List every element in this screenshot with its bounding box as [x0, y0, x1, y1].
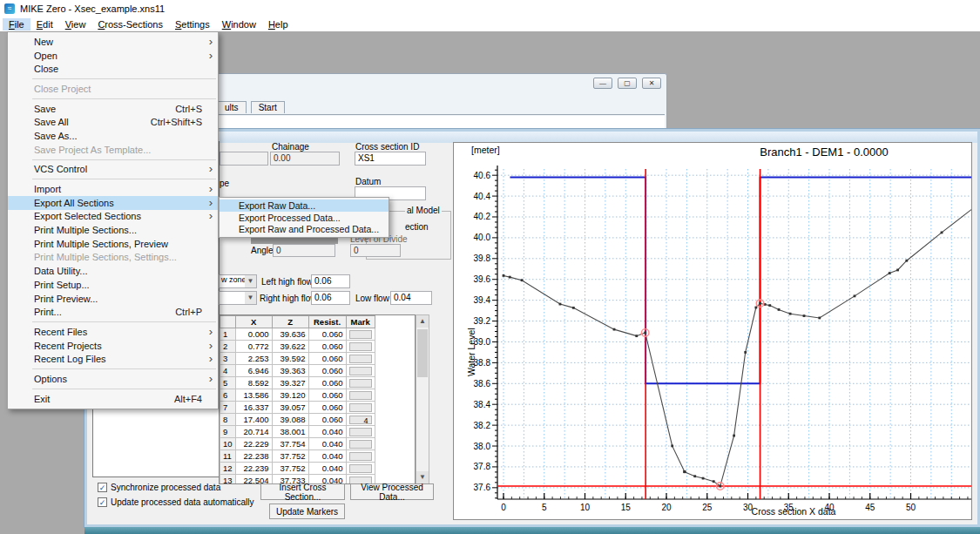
menu-item-save-as[interactable]: Save As... — [8, 129, 218, 143]
grid-cell[interactable] — [346, 389, 375, 402]
menubar-item-window[interactable]: Window — [216, 18, 262, 30]
menu-item-export-raw-data[interactable]: Export Raw Data... — [220, 199, 389, 212]
menu-item-print-multiple-sections[interactable]: Print Multiple Sections... — [8, 223, 218, 237]
mark-cell[interactable] — [349, 330, 372, 339]
grid-cell[interactable]: 0.772 — [235, 341, 272, 353]
menu-item-export-selected-sections[interactable]: Export Selected Sections› — [8, 210, 218, 224]
grid-cell[interactable]: 13.586 — [235, 389, 272, 402]
menu-item-print-preview[interactable]: Print Preview... — [8, 292, 218, 306]
grid-cell[interactable]: 0.060 — [308, 328, 346, 341]
grid-cell[interactable]: 22.238 — [235, 450, 272, 463]
menu-item-import[interactable]: Import› — [8, 182, 218, 196]
mark-cell[interactable]: 4 — [349, 416, 372, 424]
grid-cell[interactable] — [346, 365, 375, 377]
resistance-dropdown[interactable]: ▼ — [219, 291, 257, 305]
grid-cell[interactable]: 37.752 — [272, 463, 308, 475]
mark-cell[interactable] — [349, 391, 372, 400]
maximize-button[interactable]: ▢ — [618, 78, 637, 89]
menu-item-export-all-sections[interactable]: Export All Sections› — [8, 196, 218, 210]
menubar-item-file[interactable]: File — [3, 18, 30, 30]
menu-item-save-all[interactable]: Save AllCtrl+Shift+S — [8, 115, 218, 129]
view-processed-data-button[interactable]: View Processed Data... — [350, 483, 434, 500]
grid-cell[interactable]: 17.400 — [235, 414, 272, 426]
update-markers-button[interactable]: Update Markers — [269, 504, 345, 519]
menu-item-print-setup[interactable]: Print Setup... — [8, 278, 218, 292]
insert-cross-section-button[interactable]: Insert Cross Section... — [260, 483, 345, 500]
tab-results[interactable]: ults — [217, 101, 247, 113]
grid-cell[interactable]: 8.592 — [235, 377, 272, 389]
grid-cell[interactable]: 0.060 — [308, 353, 346, 365]
menu-item-recent-files[interactable]: Recent Files› — [8, 325, 218, 339]
grid-cell[interactable]: 4 — [346, 414, 375, 426]
grid-cell[interactable] — [346, 328, 375, 341]
menu-item-export-raw-and-processed-data[interactable]: Export Raw and Processed Data... — [220, 224, 389, 236]
grid-cell[interactable]: 22.229 — [235, 438, 272, 450]
menubar-item-view[interactable]: View — [59, 18, 92, 30]
menu-item-options[interactable]: Options› — [8, 372, 218, 386]
grid-cell[interactable] — [346, 341, 375, 353]
grid-cell[interactable]: 38.001 — [272, 426, 308, 438]
close-button[interactable]: ✕ — [642, 78, 661, 89]
grid-cell[interactable] — [346, 377, 375, 389]
grid-cell[interactable]: 0.040 — [308, 426, 346, 438]
grid-cell[interactable] — [346, 463, 375, 475]
grid-cell[interactable]: 16.337 — [235, 402, 272, 414]
grid-cell[interactable]: 0.040 — [308, 450, 346, 463]
grid-cell[interactable] — [346, 353, 375, 365]
grid-cell[interactable]: 39.327 — [272, 377, 308, 389]
mark-cell[interactable] — [349, 367, 372, 375]
chainage-field[interactable]: 0.00 — [270, 152, 340, 166]
scrollbar-thumb[interactable] — [417, 329, 428, 377]
grid-cell[interactable]: 0.060 — [308, 377, 346, 389]
grid-cell[interactable]: 39.622 — [272, 341, 308, 353]
grid-cell[interactable]: 37.752 — [272, 450, 308, 463]
menubar-item-settings[interactable]: Settings — [169, 18, 216, 30]
minimize-button[interactable]: — — [593, 78, 612, 89]
menubar-item-cross-sections[interactable]: Cross-Sections — [91, 18, 169, 30]
grid-cell[interactable]: 37.754 — [272, 438, 308, 450]
update-processed-checkbox[interactable]: ✓ — [98, 497, 107, 507]
menubar-item-edit[interactable]: Edit — [30, 18, 59, 30]
cross-section-id-field[interactable]: XS1 — [355, 152, 426, 166]
menu-item-vcs-control[interactable]: VCS Control› — [8, 163, 218, 177]
menu-item-close[interactable]: Close — [8, 62, 218, 76]
grid-cell[interactable]: 39.120 — [272, 389, 308, 402]
grid-cell[interactable]: 0.060 — [308, 414, 346, 426]
grid-cell[interactable]: 39.057 — [272, 402, 308, 414]
menubar-item-help[interactable]: Help — [262, 18, 294, 30]
mark-cell[interactable] — [349, 355, 372, 363]
grid-cell[interactable] — [346, 402, 375, 414]
right-high-flow-field[interactable]: 0.06 — [311, 291, 350, 305]
mark-cell[interactable] — [349, 464, 372, 473]
menu-item-print[interactable]: Print...Ctrl+P — [8, 305, 218, 319]
tab-start[interactable]: Start — [251, 101, 285, 113]
synchronize-checkbox[interactable]: ✓ — [98, 483, 107, 492]
menu-item-recent-log-files[interactable]: Recent Log Files› — [8, 352, 218, 366]
grid-cell[interactable]: 0.060 — [308, 365, 346, 377]
grid-cell[interactable]: 0.000 — [235, 328, 272, 341]
grid-cell[interactable] — [346, 438, 375, 450]
menu-item-exit[interactable]: ExitAlt+F4 — [8, 392, 218, 406]
zones-dropdown[interactable]: w zones▼ — [219, 274, 257, 288]
grid-cell[interactable]: 39.088 — [272, 414, 308, 426]
grid-cell[interactable]: 39.363 — [272, 365, 308, 377]
menu-item-recent-projects[interactable]: Recent Projects› — [8, 339, 218, 353]
menu-item-save[interactable]: SaveCtrl+S — [8, 102, 218, 116]
level-of-divide-field[interactable]: 0 — [350, 244, 401, 257]
grid-scrollbar[interactable]: ▲ ▼ — [416, 314, 429, 484]
grid-cell[interactable]: 0.060 — [308, 389, 346, 402]
grid-cell[interactable] — [346, 450, 375, 463]
grid-cell[interactable]: 0.040 — [308, 463, 346, 475]
scroll-up-icon[interactable]: ▲ — [416, 315, 429, 328]
mark-cell[interactable] — [349, 440, 372, 449]
grid-cell[interactable]: 20.714 — [235, 426, 272, 438]
menu-item-data-utility[interactable]: Data Utility... — [8, 264, 218, 278]
menu-item-print-multiple-sections-preview[interactable]: Print Multiple Sections, Preview — [8, 237, 218, 251]
grid-cell[interactable]: 22.239 — [235, 463, 272, 475]
mark-cell[interactable] — [349, 403, 372, 412]
mark-cell[interactable] — [349, 428, 372, 436]
grid-cell[interactable]: 39.592 — [272, 353, 308, 365]
grid-cell[interactable]: 0.060 — [308, 402, 346, 414]
mark-cell[interactable] — [349, 342, 372, 351]
grid-cell[interactable]: 6.946 — [235, 365, 272, 377]
